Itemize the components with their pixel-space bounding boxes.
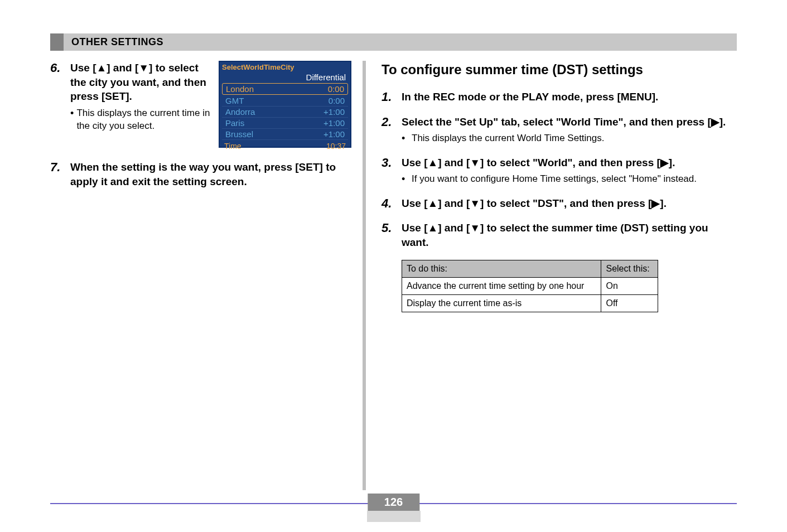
lcd-city-diff: +1:00 xyxy=(324,118,345,128)
step-title: Use [▲] and [▼] to select the summer tim… xyxy=(402,221,737,249)
step: 1.In the REC mode or the PLAY mode, pres… xyxy=(382,90,737,104)
lcd-city-diff: 0:00 xyxy=(329,96,345,105)
lcd-city-name: Andorra xyxy=(225,107,255,117)
bullet-text: If you want to configure Home Time setti… xyxy=(412,173,697,186)
right-steps-list: 1.In the REC mode or the PLAY mode, pres… xyxy=(382,90,737,249)
lcd-title: SelectWorldTimeCity xyxy=(221,63,349,72)
step-title: In the REC mode or the PLAY mode, press … xyxy=(402,90,737,104)
subsection-heading: To configure summer time (DST) settings xyxy=(382,61,737,79)
dst-options-table: To do this: Select this: Advance the cur… xyxy=(402,260,658,312)
step-6-row: 6. Use [▲] and [▼] to select the city yo… xyxy=(50,61,351,148)
step-title: Use [▲] and [▼] to select "DST", and the… xyxy=(402,196,737,211)
table-header: To do this: xyxy=(402,260,601,277)
step-number: 2. xyxy=(382,115,402,129)
table-cell: Off xyxy=(601,294,658,312)
section-heading: OTHER SETTINGS xyxy=(50,33,737,51)
lcd-city-name: Brussel xyxy=(225,129,253,139)
step-title: Use [▲] and [▼] to select "World", and t… xyxy=(402,156,737,170)
step-title: When the setting is the way you want, pr… xyxy=(70,160,351,188)
table-row: Display the current time as-isOff xyxy=(402,294,658,312)
step: 5.Use [▲] and [▼] to select the summer t… xyxy=(382,221,737,249)
lcd-footer-time: 10:37 xyxy=(326,142,346,151)
lcd-city-diff: +1:00 xyxy=(324,129,345,139)
lcd-city-name: Paris xyxy=(225,118,244,128)
step-title: Use [▲] and [▼] to select the city you w… xyxy=(70,61,212,104)
left-column: 6. Use [▲] and [▼] to select the city yo… xyxy=(50,61,363,490)
table-cell: Advance the current time setting by one … xyxy=(402,277,601,294)
lcd-city-row: Brussel+1:00 xyxy=(222,129,348,140)
lcd-city-diff: +1:00 xyxy=(324,107,345,117)
lcd-footer-label: Time xyxy=(224,142,242,151)
bullet-text: This displays the current time in the ci… xyxy=(76,107,212,133)
table-row: Advance the current time setting by one … xyxy=(402,277,658,294)
step: 3.Use [▲] and [▼] to select "World", and… xyxy=(382,156,737,186)
table-cell: On xyxy=(601,277,658,294)
lcd-city-row: Paris+1:00 xyxy=(222,118,348,129)
step: 2.Select the "Set Up" tab, select "World… xyxy=(382,115,737,146)
step-bullet: • This displays the current time in the … xyxy=(70,107,212,133)
bullet-dot-icon: • xyxy=(70,107,76,120)
lcd-city-name: London xyxy=(226,84,254,94)
lcd-footer: Time 10:37 xyxy=(221,140,349,151)
step-number: 7. xyxy=(50,160,70,175)
step-number: 4. xyxy=(382,196,402,211)
step: 4.Use [▲] and [▼] to select "DST", and t… xyxy=(382,196,737,211)
bullet-dot-icon: • xyxy=(402,173,412,186)
manual-page: OTHER SETTINGS 6. Use [▲] and [▼] to sel… xyxy=(0,0,787,532)
step-number: 5. xyxy=(382,221,402,235)
right-column: To configure summer time (DST) settings … xyxy=(363,61,737,490)
two-column-layout: 6. Use [▲] and [▼] to select the city yo… xyxy=(50,61,737,490)
lcd-city-row: GMT0:00 xyxy=(222,95,348,107)
page-number-shadow xyxy=(367,511,421,522)
step-7: 7. When the setting is the way you want,… xyxy=(50,160,351,188)
lcd-differential-header: Differential xyxy=(221,72,349,83)
lcd-city-row: London0:00 xyxy=(222,83,348,95)
bullet-dot-icon: • xyxy=(402,132,412,145)
table-cell: Display the current time as-is xyxy=(402,294,601,312)
lcd-city-diff: 0:00 xyxy=(328,84,344,94)
lcd-city-name: GMT xyxy=(225,96,244,105)
step-6: 6. Use [▲] and [▼] to select the city yo… xyxy=(50,61,212,133)
step-number: 6. xyxy=(50,61,70,75)
table-header: Select this: xyxy=(601,260,658,277)
step-number: 1. xyxy=(382,90,402,104)
step-title: Select the "Set Up" tab, select "World T… xyxy=(402,115,737,129)
bullet-text: This displays the current World Time Set… xyxy=(412,132,605,145)
step-bullet: •If you want to configure Home Time sett… xyxy=(402,173,737,186)
page-number: 126 xyxy=(368,494,419,511)
step-number: 3. xyxy=(382,156,402,170)
world-time-lcd: SelectWorldTimeCity Differential London0… xyxy=(219,61,351,148)
lcd-city-list: London0:00GMT0:00Andorra+1:00Paris+1:00B… xyxy=(221,83,349,140)
lcd-city-row: Andorra+1:00 xyxy=(222,107,348,118)
step-bullet: •This displays the current World Time Se… xyxy=(402,132,737,145)
